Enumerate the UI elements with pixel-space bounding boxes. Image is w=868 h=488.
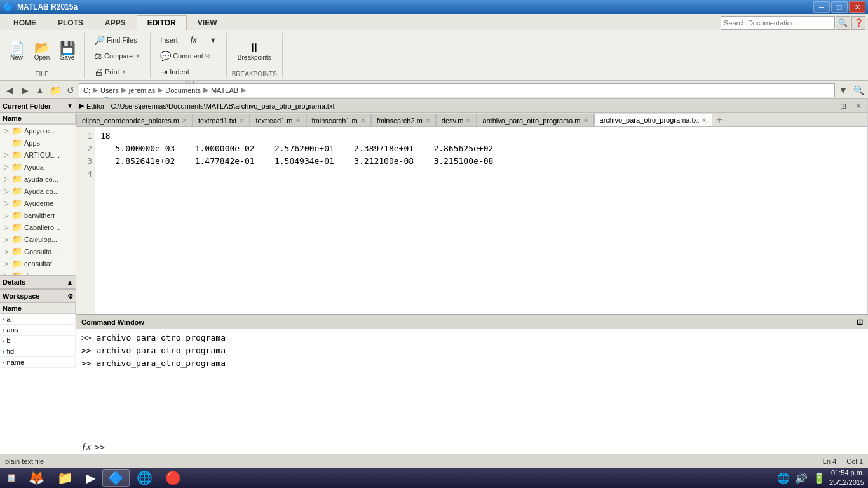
edit-group-content: Insert fx ▼ 💬 Comment % ⇥ Indent: [156, 33, 221, 79]
list-item[interactable]: ▷ 📁 Caballero...: [0, 221, 76, 233]
folder-icon: 📁: [12, 138, 22, 147]
list-item[interactable]: ▷ 📁 Ayudeme: [0, 197, 76, 209]
insert-button[interactable]: Insert: [156, 34, 182, 46]
search-documentation-input[interactable]: [721, 16, 835, 30]
media-icon: ▶: [86, 470, 95, 485]
comment-button[interactable]: 💬 Comment %: [156, 49, 215, 63]
editor-collapse-icon[interactable]: ▶: [79, 102, 84, 110]
editor-title-bar: ▶ Editor - C:\Users\jeremias\Documents\M…: [76, 99, 867, 113]
list-item[interactable]: ▷ 📁 consultat...: [0, 257, 76, 269]
close-button[interactable]: ✕: [849, 1, 865, 13]
compare-dropdown-icon: ▼: [135, 53, 140, 59]
add-tab-button[interactable]: +: [712, 114, 726, 126]
tab-textread1-m[interactable]: textread1.m ✕: [250, 114, 306, 126]
tab-archivo-m-close[interactable]: ✕: [583, 117, 588, 124]
editor-close-button[interactable]: ✕: [852, 100, 865, 112]
print-button[interactable]: 🖨 Print ▼: [90, 65, 132, 79]
tab-editor[interactable]: EDITOR: [137, 15, 187, 30]
workspace-row-name[interactable]: ▪ name: [0, 357, 76, 368]
ws-cell-b: ▪ b: [0, 336, 76, 346]
tab-textread1-txt-close[interactable]: ✕: [239, 117, 244, 124]
tab-desv[interactable]: desv.m ✕: [436, 114, 477, 126]
taskbar-explorer[interactable]: 📁: [51, 469, 79, 487]
current-folder-menu[interactable]: ▼: [67, 102, 73, 109]
compare-button[interactable]: ⚖ Compare ▼: [90, 49, 145, 63]
tab-fminsearch2[interactable]: fminsearch2.m ✕: [371, 114, 436, 126]
tab-archivo-m[interactable]: archivo_para_otro_programa.m ✕: [477, 114, 593, 126]
list-item[interactable]: ▷ 📁 ayuda co...: [0, 173, 76, 185]
workspace-row-ans[interactable]: ▪ ans: [0, 325, 76, 336]
folder-name: Apps: [24, 139, 40, 147]
taskbar: 🪟 🦊 📁 ▶ 🔷 🌐 🔴 🌐 🔊 🔋 01:54 p.m. 25/12/201…: [0, 468, 868, 488]
tab-desv-close[interactable]: ✕: [466, 117, 471, 124]
tab-fminsearch2-close[interactable]: ✕: [425, 117, 430, 124]
editor-maximize-button[interactable]: ⊡: [837, 100, 850, 112]
maximize-button[interactable]: □: [831, 1, 848, 13]
tab-fminsearch1[interactable]: fminsearch1.m ✕: [306, 114, 371, 126]
tab-textread1-m-close[interactable]: ✕: [295, 117, 301, 124]
command-window-expand-button[interactable]: ⊡: [857, 318, 863, 327]
list-item[interactable]: ▷ 📁 Ayuda: [0, 161, 76, 173]
find-files-button[interactable]: 🔎 Find Files: [90, 33, 142, 47]
taskbar-chrome[interactable]: 🔴: [159, 469, 187, 487]
list-item[interactable]: ▷ 📁 barwitherr: [0, 209, 76, 221]
folder-icon: 📁: [12, 234, 22, 244]
tab-apps[interactable]: APPS: [94, 15, 137, 30]
breakpoints-button[interactable]: ⏸ Breakpoints: [234, 39, 275, 63]
comment-icons: %: [205, 53, 210, 59]
list-item[interactable]: ▷ 📁 Apoyo c...: [0, 125, 76, 137]
tab-plots[interactable]: PLOTS: [47, 15, 94, 30]
list-item[interactable]: ▷ 📁 Calculop...: [0, 233, 76, 245]
save-button[interactable]: 💾 Save: [56, 39, 79, 63]
workspace-menu[interactable]: ⚙: [67, 293, 73, 300]
open-button[interactable]: 📂 Open: [31, 39, 53, 63]
taskbar-matlab[interactable]: 🔷: [102, 469, 130, 487]
details-menu[interactable]: ▲: [67, 279, 73, 286]
new-button[interactable]: 📄 New: [5, 39, 28, 63]
list-item[interactable]: ▷ 📁 ARTICUL...: [0, 149, 76, 161]
tab-home[interactable]: HOME: [3, 15, 47, 30]
tab-textread1-txt-label: textread1.txt: [198, 117, 237, 125]
workspace-row-b[interactable]: ▪ b: [0, 336, 76, 346]
path-dropdown-button[interactable]: ▼: [836, 83, 850, 97]
command-window-content: >> archivo_para_otro_programa >> archivo…: [76, 329, 868, 440]
tab-view[interactable]: VIEW: [187, 15, 228, 30]
forward-button[interactable]: ▶: [18, 83, 32, 97]
ribbon-tabs: HOME PLOTS APPS EDITOR VIEW 🔍 ❓: [0, 14, 868, 30]
tab-textread1-txt[interactable]: textread1.txt ✕: [193, 114, 250, 126]
app-icon: 🔷: [3, 2, 13, 12]
back-button[interactable]: ◀: [3, 83, 17, 97]
workspace-row-a[interactable]: ▪ a: [0, 314, 76, 325]
clock[interactable]: 01:54 p.m. 25/12/2015: [829, 468, 864, 488]
refresh-button[interactable]: ↺: [64, 83, 78, 97]
tab-archivo-txt[interactable]: archivo_para_otro_programa.txt ✕: [594, 114, 713, 126]
battery-icon[interactable]: 🔋: [811, 471, 827, 485]
search-doc-button[interactable]: 🔍: [836, 16, 850, 30]
nav-search-button[interactable]: 🔍: [851, 83, 865, 97]
tab-fminsearch1-close[interactable]: ✕: [360, 117, 365, 124]
help-button[interactable]: ❓: [851, 16, 865, 30]
bc-c: C:: [83, 86, 90, 94]
workspace-row-fid[interactable]: ▪ fid: [0, 346, 76, 357]
taskbar-media[interactable]: ▶: [80, 469, 101, 487]
tab-elipse-close[interactable]: ✕: [182, 117, 187, 124]
taskbar-ie[interactable]: 🌐: [131, 469, 158, 487]
start-button[interactable]: 🪟: [1, 469, 22, 487]
minimize-button[interactable]: ─: [813, 1, 830, 13]
indent-button[interactable]: ⇥ Indent: [156, 65, 194, 79]
tab-elipse[interactable]: elipse_coordenadas_polares.m ✕: [76, 114, 193, 126]
code-area[interactable]: 18 5.000000e-03 1.000000e-02 2.576200e+0…: [95, 127, 867, 314]
taskbar-firefox[interactable]: 🦊: [23, 469, 50, 487]
fx-button[interactable]: fx: [186, 33, 201, 47]
insert-dropdown-button[interactable]: ▼: [205, 34, 221, 46]
list-item[interactable]: ▷ 📁 Consulta...: [0, 245, 76, 257]
sound-icon[interactable]: 🔊: [794, 471, 809, 485]
list-item[interactable]: ▷ 📁 demos: [0, 269, 76, 275]
network-icon[interactable]: 🌐: [776, 471, 791, 485]
list-item[interactable]: ▷ 📁 Ayuda co...: [0, 185, 76, 197]
list-item[interactable]: 📁 Apps: [0, 137, 76, 149]
browse-folder-button[interactable]: 📁: [48, 83, 62, 97]
tab-archivo-txt-close[interactable]: ✕: [702, 117, 707, 124]
up-button[interactable]: ▲: [33, 83, 47, 97]
command-input[interactable]: [107, 442, 863, 452]
